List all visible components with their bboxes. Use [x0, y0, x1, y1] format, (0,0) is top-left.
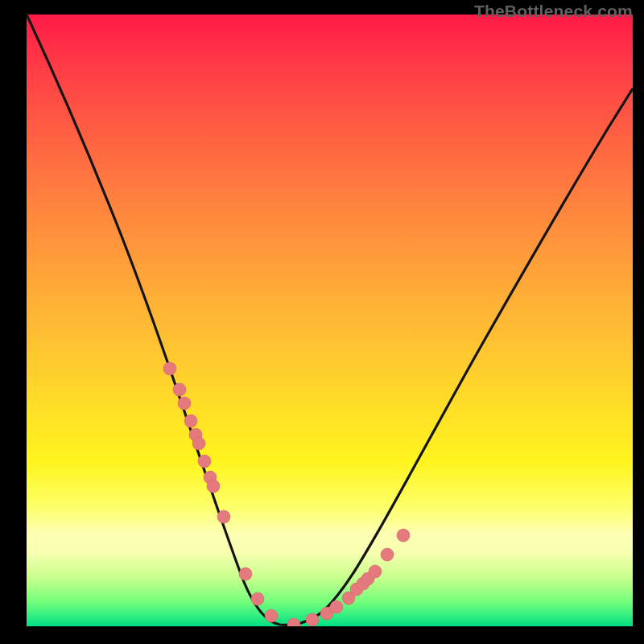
watermark-text: TheBottleneck.com [474, 2, 633, 21]
svg-point-23 [397, 529, 410, 542]
svg-point-13 [287, 618, 300, 626]
svg-point-2 [178, 397, 191, 410]
svg-point-16 [330, 601, 343, 613]
chart-plot-area [27, 14, 633, 626]
svg-point-22 [381, 548, 394, 561]
svg-point-14 [306, 613, 319, 626]
svg-point-5 [192, 437, 205, 450]
svg-point-21 [369, 565, 382, 578]
svg-point-6 [198, 455, 211, 468]
svg-point-10 [239, 568, 252, 580]
svg-point-1 [173, 383, 186, 396]
svg-point-0 [163, 362, 176, 375]
svg-point-11 [251, 592, 264, 605]
chart-frame: TheBottleneck.com [0, 0, 644, 644]
bottleneck-curve [27, 14, 633, 625]
svg-point-8 [207, 480, 220, 493]
svg-point-9 [217, 510, 230, 523]
chart-svg [27, 14, 633, 626]
svg-point-12 [265, 609, 278, 622]
curve-markers [163, 362, 410, 626]
svg-point-3 [184, 415, 197, 427]
